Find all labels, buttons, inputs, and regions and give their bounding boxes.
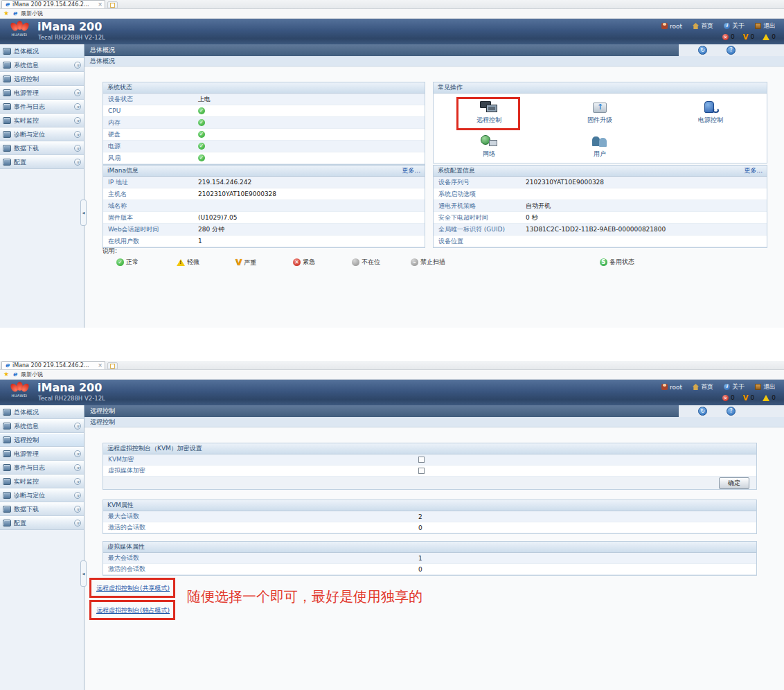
new-tab-button[interactable] (107, 1, 118, 8)
data-download-icon (3, 145, 11, 152)
sidebar-item-realtime-monitor[interactable]: 实时监控» (0, 114, 84, 127)
table-row: 系统启动选项 (434, 188, 767, 200)
chevron-down-icon: » (74, 506, 81, 513)
table-row: CPU✓ (103, 105, 425, 117)
nav-about[interactable]: i关于 (724, 382, 745, 391)
sidebar-item-events-logs[interactable]: 事件与日志» (0, 100, 84, 114)
chevron-down-icon: » (74, 117, 81, 124)
help-button[interactable]: ? (727, 46, 736, 55)
sidebar-item-data-download[interactable]: 数据下载» (0, 141, 84, 155)
browser-tab[interactable]: e iMana 200 219.154.246.2... × (1, 361, 105, 369)
sidebar-item-power-mgmt[interactable]: 电源管理» (0, 447, 84, 461)
legend-item-normal: ✓正常 (116, 258, 139, 267)
diagnose-icon (3, 131, 11, 138)
chevron-down-icon: » (74, 478, 81, 485)
sidebar-item-data-download[interactable]: 数据下载» (0, 502, 84, 516)
alarm-minor-badge[interactable]: 0 (763, 394, 776, 401)
overview-icon (3, 48, 11, 55)
op-users[interactable]: 用户 (558, 134, 641, 159)
new-tab-button[interactable] (107, 362, 118, 369)
new-tab-page-icon (110, 3, 115, 8)
app-body: 总体概况 系统信息» 远程控制 电源管理» 事件与日志» 实时监控» 诊断与定位… (0, 44, 784, 328)
op-network[interactable]: 网络 (447, 134, 531, 159)
browser-tab[interactable]: e iMana 200 219.154.246.2... × (1, 0, 105, 8)
chevron-down-icon: » (74, 492, 81, 499)
standby-icon: S (600, 258, 607, 266)
alarm-major-badge[interactable]: V0 (743, 394, 754, 401)
common-ops-panel: 常见操作 远程控制 ↑ 固件升级 (433, 82, 767, 163)
row-label: 风扇 (103, 154, 198, 163)
table-row: 设备序列号2102310YAT10E9000328 (434, 177, 767, 188)
sidebar-item-overview[interactable]: 总体概况 (0, 44, 84, 58)
kvm-shared-mode-link[interactable]: 远程虚拟控制台(共享模式) (96, 584, 170, 593)
brand-label: HUAWEI (7, 393, 32, 398)
sidebar-item-events-logs[interactable]: 事件与日志» (0, 461, 84, 475)
ie-icon: e (4, 1, 10, 8)
power-mgmt-icon (3, 450, 11, 457)
table-row: 激活的会话数0 (103, 564, 756, 575)
sidebar: 总体概况 系统信息» 远程控制 电源管理» 事件与日志» 实时监控» 诊断与定位… (0, 405, 84, 690)
sidebar-item-config[interactable]: 配置» (0, 516, 84, 530)
legend-item-noscan: –禁止扫描 (411, 258, 445, 267)
nav-home[interactable]: 首页 (693, 21, 713, 30)
kvm-exclusive-mode-link[interactable]: 远程虚拟控制台(独占模式) (96, 606, 170, 615)
tab-close-icon[interactable]: × (98, 362, 103, 369)
vm-encrypt-checkbox[interactable] (418, 468, 425, 474)
alarm-minor-badge[interactable]: 0 (763, 33, 776, 40)
confirm-button[interactable]: 确定 (719, 477, 749, 489)
sidebar-item-system-info[interactable]: 系统信息» (0, 58, 84, 72)
sidebar-item-remote-control[interactable]: 远程控制 (0, 72, 84, 86)
current-user[interactable]: root (661, 21, 682, 30)
minor-icon (763, 34, 769, 40)
sidebar-item-realtime-monitor[interactable]: 实时监控» (0, 475, 84, 488)
status-ok-icon: ✓ (198, 154, 205, 161)
op-firmware-upgrade[interactable]: ↑ 固件升级 (558, 100, 641, 125)
sidebar-collapse-handle[interactable]: ◀ (80, 200, 87, 226)
alarm-critical-badge[interactable]: ✕0 (722, 33, 735, 40)
kvm-encrypt-checkbox[interactable] (418, 457, 425, 463)
chevron-down-icon: » (74, 423, 81, 430)
sidebar-item-remote-control[interactable]: 远程控制 (0, 433, 84, 447)
nav-logout[interactable]: 退出 (755, 382, 776, 391)
bookmark-link[interactable]: 最新小说 (21, 10, 43, 17)
status-ok-icon: ✓ (198, 107, 205, 114)
table-row: Web会话超时时间280 分钟 (103, 224, 425, 236)
favorites-star-icon[interactable]: ★ (3, 371, 9, 378)
sidebar-item-system-info[interactable]: 系统信息» (0, 419, 84, 433)
favorites-star-icon[interactable]: ★ (3, 10, 9, 17)
overview-icon (3, 409, 11, 416)
more-link[interactable]: 更多... (744, 166, 763, 175)
sidebar-item-overview[interactable]: 总体概况 (0, 405, 84, 419)
tab-close-icon[interactable]: × (98, 1, 103, 8)
table-row: 硬盘✓ (103, 129, 425, 141)
sidebar-item-config[interactable]: 配置» (0, 155, 84, 169)
page-title: 远程控制 (90, 407, 115, 416)
nav-about[interactable]: i关于 (724, 21, 745, 30)
sidebar-item-diagnose[interactable]: 诊断与定位» (0, 127, 84, 141)
product-model: Tecal RH2288H V2-12L (38, 395, 105, 402)
panel-title: 虚拟媒体属性 (103, 542, 756, 553)
current-user[interactable]: root (661, 382, 682, 391)
op-power-control[interactable]: 电源控制 (669, 100, 752, 125)
help-button[interactable]: ? (727, 407, 736, 416)
alarm-critical-badge[interactable]: ✕0 (722, 394, 735, 401)
table-row: 最大会话数1 (103, 553, 756, 564)
content-area: 系统状态 设备状态上电 CPU✓ 内存✓ 硬盘✓ 电源✓ 风扇✓ 常见操作 (84, 67, 784, 328)
sidebar-item-diagnose[interactable]: 诊断与定位» (0, 488, 84, 502)
app-body: 总体概况 系统信息» 远程控制 电源管理» 事件与日志» 实时监控» 诊断与定位… (0, 405, 784, 690)
status-ok-icon: ✓ (198, 143, 205, 150)
sidebar-collapse-handle[interactable]: ◀ (80, 560, 87, 587)
info-icon: i (724, 23, 730, 29)
more-link[interactable]: 更多... (402, 166, 420, 175)
bookmark-link[interactable]: 最新小说 (21, 371, 43, 378)
refresh-button[interactable]: ↻ (698, 407, 707, 416)
alarm-major-badge[interactable]: V0 (743, 33, 754, 40)
system-info-icon (3, 62, 11, 69)
nav-home[interactable]: 首页 (693, 382, 713, 391)
sidebar-item-power-mgmt[interactable]: 电源管理» (0, 86, 84, 100)
nav-logout[interactable]: 退出 (755, 21, 776, 30)
refresh-button[interactable]: ↻ (698, 46, 707, 55)
user-icon (661, 23, 668, 29)
ie-icon: e (4, 362, 10, 369)
panel-footer: 确定 (103, 477, 756, 489)
